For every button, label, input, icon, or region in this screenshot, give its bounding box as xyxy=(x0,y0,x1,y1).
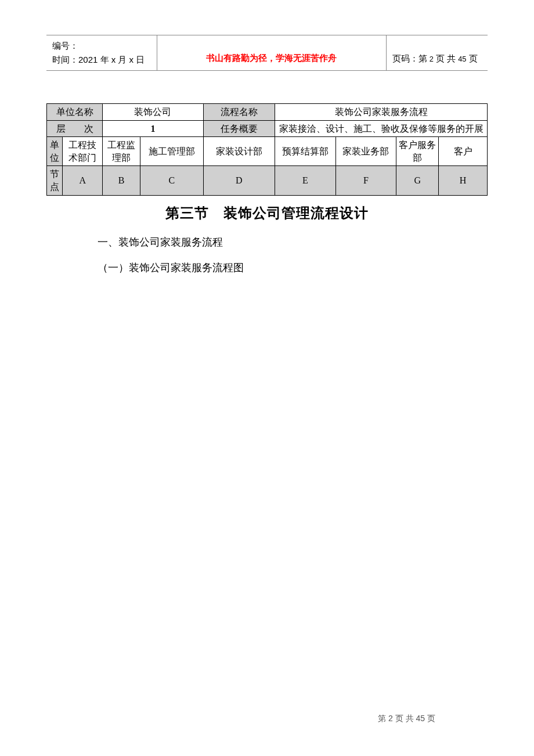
page-footer: 第 2 页 共 45 页 xyxy=(378,714,435,724)
page-total: 45 xyxy=(458,55,466,63)
footer-total: 45 xyxy=(416,714,425,723)
dept-1: 工程技术部门 xyxy=(63,137,103,166)
footer-prefix: 第 xyxy=(378,714,388,723)
doc-id-label: 编号： xyxy=(52,39,151,53)
unit-label: 单位 xyxy=(47,137,63,166)
node-h: H xyxy=(439,166,488,195)
dept-8: 客户 xyxy=(439,137,488,166)
node-e: E xyxy=(275,166,336,195)
dept-7: 客户服务部 xyxy=(396,137,439,166)
table-row: 层 次 1 任务概要 家装接洽、设计、施工、验收及保修等服务的开展 xyxy=(47,120,488,137)
document-header-table: 编号： 时间：2021 年 x 月 x 日 书山有路勤为径，学海无涯苦作舟 页码… xyxy=(46,35,488,71)
subheading-2: （一）装饰公司家装服务流程图 xyxy=(98,261,534,275)
node-g: G xyxy=(396,166,439,195)
node-a: A xyxy=(63,166,103,195)
footer-suffix: 页 xyxy=(425,714,435,723)
node-d: D xyxy=(203,166,275,195)
footer-current: 2 xyxy=(388,714,393,723)
dept-2: 工程监理部 xyxy=(103,137,140,166)
unit-name-label: 单位名称 xyxy=(47,104,103,121)
doc-date: 时间：2021 年 x 月 x 日 xyxy=(52,53,151,67)
subheading-1: 一、装饰公司家装服务流程 xyxy=(98,235,534,249)
level-value: 1 xyxy=(103,120,204,137)
dept-3: 施工管理部 xyxy=(140,137,203,166)
dept-4: 家装设计部 xyxy=(203,137,275,166)
flow-name-value: 装饰公司家装服务流程 xyxy=(275,104,488,121)
node-c: C xyxy=(140,166,203,195)
node-label: 节点 xyxy=(47,166,63,195)
flow-name-label: 流程名称 xyxy=(203,104,275,121)
task-label: 任务概要 xyxy=(203,120,275,137)
unit-name-value: 装饰公司 xyxy=(103,104,204,121)
dept-6: 家装业务部 xyxy=(335,137,396,166)
table-row: 节点 A B C D E F G H xyxy=(47,166,488,195)
footer-mid: 页 共 xyxy=(393,714,416,723)
page-mid: 页 共 xyxy=(434,53,459,63)
section-title: 第三节 装饰公司管理流程设计 xyxy=(0,204,534,222)
page-label-prefix: 页码：第 xyxy=(392,53,430,63)
page-current: 2 xyxy=(430,55,434,63)
dept-5: 预算结算部 xyxy=(275,137,336,166)
header-motto: 书山有路勤为径，学海无涯苦作舟 xyxy=(157,35,386,71)
header-left-cell: 编号： 时间：2021 年 x 月 x 日 xyxy=(46,35,157,71)
node-b: B xyxy=(103,166,140,195)
header-page-cell: 页码：第 2 页 共 45 页 xyxy=(386,35,488,71)
table-row: 单位 工程技术部门 工程监理部 施工管理部 家装设计部 预算结算部 家装业务部 … xyxy=(47,137,488,166)
content-table: 单位名称 装饰公司 流程名称 装饰公司家装服务流程 层 次 1 任务概要 家装接… xyxy=(46,103,488,196)
page-suffix: 页 xyxy=(466,53,477,63)
task-value: 家装接洽、设计、施工、验收及保修等服务的开展 xyxy=(275,120,488,137)
node-f: F xyxy=(335,166,396,195)
level-label: 层 次 xyxy=(47,120,103,137)
table-row: 单位名称 装饰公司 流程名称 装饰公司家装服务流程 xyxy=(47,104,488,121)
